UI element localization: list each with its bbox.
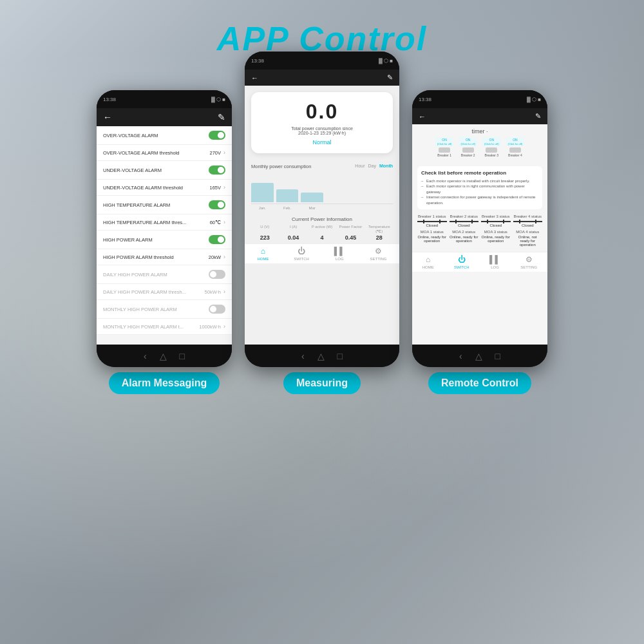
breaker-buttons: ON(Click for off) Breaker 1 ON(Click for… (419, 137, 541, 157)
bottom-nav-measuring: ⌂ HOME ⏻ SWITCH ▌▌ LOG ⚙ (245, 243, 399, 263)
nav-recents-btn[interactable]: □ (337, 351, 343, 361)
bar-label-jan: Jan. (251, 206, 274, 210)
nav-back-icon[interactable]: ‹ (144, 351, 147, 361)
moa3-status-header: MOA 3 status (481, 230, 511, 234)
breaker-3-btn[interactable]: ON(Click for off) Breaker 3 (482, 137, 501, 157)
list-item: OVER-VOLTAGE ALARM (97, 126, 232, 145)
remote-back-icon[interactable]: ← (419, 113, 426, 120)
nav-setting-label: SETTING (370, 257, 387, 261)
nav-recents-icon[interactable]: □ (180, 351, 185, 361)
moa4-status: Online, not ready for operation (513, 235, 543, 247)
info-header-pf: Power Factor (337, 225, 364, 233)
checklist-item-1: Each motor operator is installed with ci… (421, 178, 538, 184)
setting-icon: ⚙ (375, 247, 382, 256)
phone-remote-topbar: 13:38 ▓ ⬡ ■ (412, 90, 547, 108)
alarm-header: ← ✎ (97, 108, 232, 126)
normal-badge: Normal (259, 139, 385, 146)
phone-measuring: 13:38 ▓ ⬡ ■ ← ✎ 0.0 Total power consumpt… (245, 52, 399, 367)
breaker-4-btn[interactable]: ON(Click for off) Breaker 4 (506, 137, 525, 157)
timer-section: timer · ON(Click for off) Breaker 1 ON(C… (412, 124, 547, 164)
info-value-i: 0.04 (279, 234, 307, 241)
toggle-high-temp[interactable] (209, 200, 225, 209)
remote-edit-icon[interactable]: ✎ (535, 112, 541, 120)
current-info: Current Power Information U (V) I (A) P … (245, 214, 399, 243)
remote-label: Remote Control (428, 372, 531, 394)
breaker-1-btn[interactable]: ON(Click for off) Breaker 1 (435, 137, 454, 157)
chart-section: Monthly power consumption Hour Day Month (245, 160, 399, 214)
remote-nav-log-label: LOG (491, 265, 499, 269)
status-grid: Breaker 1 status Breaker 2 status Breake… (412, 212, 547, 252)
nav-log[interactable]: ▌▌ LOG (334, 247, 345, 261)
list-item: MONTHLY HIGH POWER ALARM (97, 300, 232, 319)
toggle-over-voltage[interactable] (209, 131, 225, 140)
chart-header: Monthly power consumption Hour Day Month (251, 164, 393, 169)
moa-status-row: Online, ready for operation Online, read… (417, 235, 542, 247)
power-card: 0.0 Total power consumption since2020-1-… (251, 92, 393, 153)
remote-back-btn[interactable]: ‹ (459, 351, 462, 361)
nav-remote-home[interactable]: ⌂ HOME (422, 255, 434, 269)
remote-recents-btn[interactable]: □ (495, 351, 500, 361)
breaker-1-switch (439, 147, 450, 153)
info-value-u: 223 (251, 234, 278, 241)
breaker4-status-header: Breaker 4 status (513, 214, 543, 218)
alarm-back-icon[interactable]: ← (103, 112, 112, 122)
breaker-2-btn[interactable]: ON(Click for off) Breaker 2 (459, 137, 477, 157)
breaker2-status-header: Breaker 2 status (450, 214, 479, 218)
nav-home-btn[interactable]: △ (317, 351, 325, 361)
chart-tab-hour[interactable]: Hour (355, 164, 365, 169)
toggle-monthly-power[interactable] (209, 305, 225, 314)
nav-home[interactable]: ⌂ HOME (257, 247, 269, 261)
phone-alarm-time: 13:38 (103, 97, 116, 102)
phone-alarm-bottombar: ‹ △ □ (97, 345, 232, 367)
chart-tab-month[interactable]: Month (379, 164, 393, 169)
toggle-daily-power[interactable] (209, 270, 225, 279)
nav-switch-label: SWITCH (294, 257, 309, 261)
remote-setting-icon: ⚙ (526, 255, 533, 264)
breaker-3-switch (486, 147, 497, 153)
list-item: DAILY HIGH POWER ALARM (97, 265, 232, 284)
nav-home-label: HOME (257, 257, 269, 261)
alarm-edit-icon[interactable]: ✎ (218, 112, 225, 122)
moa3-status: Online, ready for operation (481, 235, 511, 247)
nav-log-label: LOG (336, 257, 344, 261)
info-value-temp: 28 (366, 234, 393, 241)
phones-container: 13:38 ▓ ⬡ ■ ← ✎ OVER-VOLTAGE ALARM (0, 58, 644, 401)
nav-back-btn[interactable]: ‹ (301, 351, 305, 361)
breaker4-status-line (513, 221, 543, 222)
info-header-u: U (V) (251, 225, 278, 233)
phone-remote-bottombar: ‹ △ □ (412, 345, 547, 367)
list-item: HIGH POWER ALARM threshold 20kW › (97, 249, 232, 265)
moa-status-headers: MOA 1 status MOA 2 status MOA 3 status M… (417, 230, 542, 234)
breaker3-status-line (481, 221, 511, 222)
remote-switch-icon: ⏻ (458, 255, 466, 264)
phone-alarm-icons: ▓ ⬡ ■ (211, 97, 225, 102)
nav-remote-log[interactable]: ▌▌ LOG (489, 255, 500, 269)
measure-edit-icon[interactable]: ✎ (387, 73, 393, 82)
nav-remote-switch[interactable]: ⏻ SWITCH (454, 255, 469, 269)
breaker-status-headers: Breaker 1 status Breaker 2 status Breake… (417, 214, 542, 218)
phone-remote-icons: ▓ ⬡ ■ (527, 97, 541, 102)
remote-log-icon: ▌▌ (489, 255, 500, 264)
info-header-p: P active (W) (308, 225, 336, 233)
remote-nav-home-label: HOME (422, 265, 434, 269)
bar-feb (276, 189, 299, 202)
nav-switch[interactable]: ⏻ SWITCH (294, 247, 309, 261)
alarm-list: OVER-VOLTAGE ALARM OVER-VOLTAGE ALARM th… (97, 126, 232, 335)
info-value-pf: 0.45 (337, 234, 364, 241)
page-title: APP Control (0, 0, 644, 58)
measure-back-icon[interactable]: ← (251, 74, 258, 82)
bar-jan (251, 183, 274, 202)
chart-tab-day[interactable]: Day (368, 164, 376, 169)
nav-remote-setting[interactable]: ⚙ SETTING (520, 255, 537, 269)
nav-home-icon[interactable]: △ (160, 351, 167, 361)
phone-remote-screen: ← ✎ timer · ON(Click for off) Breaker 1 (412, 108, 547, 345)
remote-home-icon: ⌂ (426, 255, 430, 264)
nav-setting[interactable]: ⚙ SETTING (370, 247, 387, 261)
phone-remote: 13:38 ▓ ⬡ ■ ← ✎ timer · ON( (412, 90, 547, 367)
list-item: UNDER-VOLTAGE ALARM threshold 165V › (97, 180, 232, 196)
moa2-status: Online, ready for operation (450, 235, 479, 247)
power-value: 0.0 (259, 100, 385, 124)
toggle-under-voltage[interactable] (209, 166, 225, 175)
toggle-high-power[interactable] (209, 235, 225, 244)
remote-home-btn[interactable]: △ (475, 351, 482, 361)
